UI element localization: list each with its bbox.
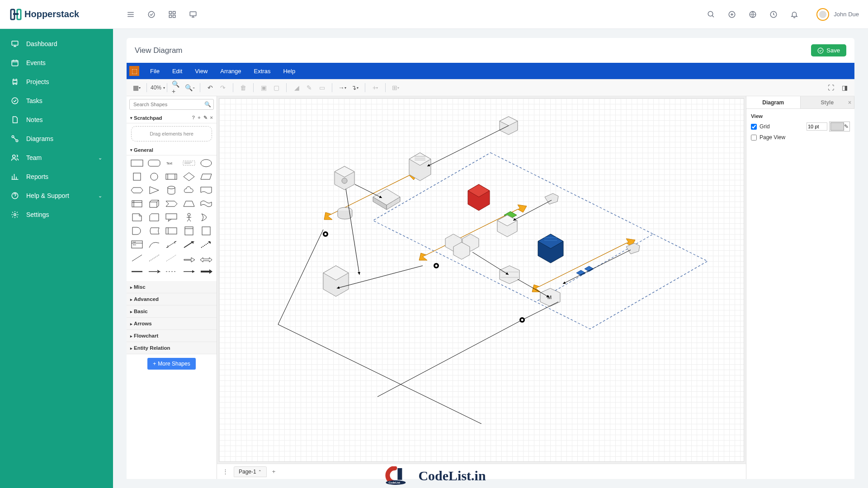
- close-icon[interactable]: ×: [210, 115, 213, 121]
- shape-textbox[interactable]: [182, 158, 196, 168]
- shape-dashed-arrow[interactable]: [199, 239, 213, 249]
- scratchpad-drop[interactable]: Drag elements here: [131, 126, 212, 141]
- add-page-button[interactable]: +: [269, 468, 278, 475]
- menu-extras[interactable]: Extras: [248, 68, 277, 75]
- search-icon[interactable]: 🔍: [204, 101, 211, 108]
- tab-style[interactable]: Style×: [801, 96, 855, 108]
- redo-button[interactable]: ↷: [217, 82, 228, 93]
- shape-callout[interactable]: [165, 212, 178, 222]
- section-advanced[interactable]: ▸Advanced: [127, 293, 217, 305]
- shape-connector-4[interactable]: [182, 267, 196, 277]
- view-sidebar-button[interactable]: ▦▾: [131, 82, 142, 93]
- section-misc[interactable]: ▸Misc: [127, 281, 217, 293]
- shape-circle[interactable]: [147, 172, 161, 182]
- section-arrows[interactable]: ▸Arrows: [127, 318, 217, 330]
- sidebar-item-reports[interactable]: Reports: [0, 167, 113, 186]
- shape-process[interactable]: [165, 172, 178, 182]
- sidebar-item-diagrams[interactable]: Diagrams: [0, 129, 113, 148]
- save-button[interactable]: Save: [811, 44, 846, 56]
- monitor-icon[interactable]: [189, 10, 197, 19]
- canvas[interactable]: M: [219, 98, 744, 462]
- add-icon[interactable]: +: [198, 115, 200, 121]
- grid-size-input[interactable]: [807, 122, 827, 131]
- shape-actor[interactable]: [182, 212, 196, 222]
- shape-square[interactable]: [130, 172, 144, 182]
- scratchpad-section[interactable]: ▾ Scratchpad ? + ✎ ×: [127, 113, 217, 123]
- shape-connector-3[interactable]: [165, 267, 178, 277]
- waypoint-button[interactable]: ↴▾: [349, 82, 360, 93]
- shape-internal-storage[interactable]: [130, 199, 144, 209]
- more-shapes-button[interactable]: + More Shapes: [147, 358, 195, 370]
- shadow-button[interactable]: ▭: [316, 82, 327, 93]
- globe-icon[interactable]: [749, 10, 757, 19]
- shape-link-arrow[interactable]: [182, 253, 196, 263]
- shape-or[interactable]: [199, 212, 213, 222]
- insert-button[interactable]: +▾: [370, 82, 381, 93]
- shape-rect[interactable]: [130, 158, 144, 168]
- tab-diagram[interactable]: Diagram: [746, 96, 801, 108]
- delete-button[interactable]: 🗑: [238, 82, 249, 93]
- help-icon[interactable]: ?: [192, 115, 195, 121]
- zoom-dropdown[interactable]: 40%▾: [151, 82, 162, 93]
- grid-color-button[interactable]: ✎: [829, 122, 850, 131]
- shape-diamond[interactable]: [182, 172, 196, 182]
- shape-link-bi-arrow[interactable]: [199, 253, 213, 263]
- to-back-button[interactable]: ▢: [271, 82, 282, 93]
- search-icon[interactable]: [707, 10, 715, 19]
- grid-icon[interactable]: [168, 10, 176, 19]
- sidebar-item-settings[interactable]: Settings: [0, 205, 113, 224]
- close-icon[interactable]: ×: [848, 99, 851, 106]
- shape-container[interactable]: [199, 226, 213, 236]
- menu-help[interactable]: Help: [277, 68, 302, 75]
- shape-rounded-rect[interactable]: [147, 158, 161, 168]
- shape-tape[interactable]: [199, 199, 213, 209]
- sidebar-item-help[interactable]: Help & Support⌄: [0, 186, 113, 205]
- shape-card[interactable]: [147, 212, 161, 222]
- pages-menu-icon[interactable]: ⋮: [220, 468, 231, 475]
- shape-cube[interactable]: [147, 199, 161, 209]
- section-flowchart[interactable]: ▸Flowchart: [127, 330, 217, 342]
- line-button[interactable]: ✎: [304, 82, 315, 93]
- menu-edit[interactable]: Edit: [166, 68, 189, 75]
- hamburger-icon[interactable]: [127, 10, 135, 19]
- bell-icon[interactable]: [790, 10, 798, 19]
- shape-note[interactable]: [130, 212, 144, 222]
- grid-checkbox[interactable]: [751, 124, 757, 130]
- to-front-button[interactable]: ▣: [258, 82, 269, 93]
- undo-button[interactable]: ↶: [205, 82, 216, 93]
- shape-data-storage[interactable]: [147, 226, 161, 236]
- sidebar-item-projects[interactable]: Projects: [0, 72, 113, 91]
- shape-connector-2[interactable]: [147, 267, 161, 277]
- sidebar-item-tasks[interactable]: Tasks: [0, 91, 113, 110]
- shape-connector-1[interactable]: [130, 267, 144, 277]
- page-tab-1[interactable]: Page-1 ⌃: [234, 466, 267, 477]
- shape-text[interactable]: Text: [165, 158, 178, 168]
- sidebar-item-events[interactable]: Events: [0, 53, 113, 72]
- edit-icon[interactable]: ✎: [203, 115, 208, 121]
- shape-container-h[interactable]: [165, 226, 178, 236]
- shape-cylinder[interactable]: [165, 185, 178, 195]
- zoom-in-button[interactable]: 🔍+: [172, 82, 183, 93]
- shape-hexagon[interactable]: [130, 185, 144, 195]
- sidebar-item-notes[interactable]: Notes: [0, 110, 113, 129]
- clock-icon[interactable]: [769, 10, 778, 19]
- menu-file[interactable]: File: [144, 68, 166, 75]
- fullscreen-button[interactable]: ⛶: [826, 82, 836, 93]
- fill-button[interactable]: ◢: [291, 82, 302, 93]
- shape-list[interactable]: ListItem: [130, 239, 144, 249]
- shape-dotted-line[interactable]: [165, 253, 178, 263]
- shape-container-v[interactable]: [182, 226, 196, 236]
- shape-cloud[interactable]: [182, 185, 196, 195]
- format-panel-button[interactable]: ◨: [839, 82, 850, 93]
- search-shapes-input[interactable]: [129, 99, 214, 110]
- shape-trapezoid[interactable]: [182, 199, 196, 209]
- shape-connector-5[interactable]: [199, 267, 213, 277]
- sidebar-item-team[interactable]: Team⌄: [0, 148, 113, 167]
- table-button[interactable]: ⊞▾: [390, 82, 401, 93]
- shape-ellipse[interactable]: [199, 158, 213, 168]
- pageview-checkbox[interactable]: [751, 135, 757, 141]
- shape-document[interactable]: [199, 185, 213, 195]
- plus-circle-icon[interactable]: [728, 10, 736, 19]
- shape-curve[interactable]: [147, 239, 161, 249]
- shape-triangle[interactable]: [147, 185, 161, 195]
